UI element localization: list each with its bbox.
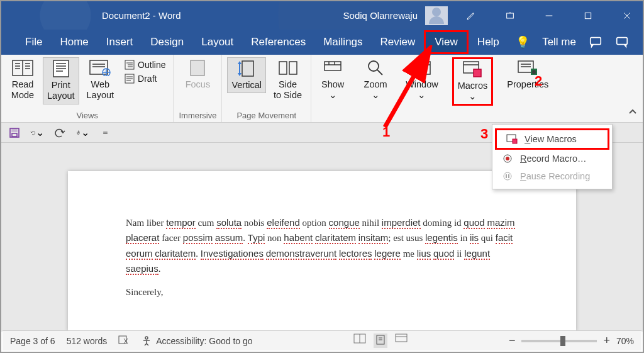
print-layout-view-icon[interactable] xyxy=(374,333,387,348)
word-count[interactable]: 512 words xyxy=(67,336,108,346)
view-macros-label: View Macros xyxy=(525,134,577,144)
ribbon: Read Mode Print Layout Web Layout Outlin… xyxy=(1,55,643,123)
touch-mode-button[interactable]: ⌄ xyxy=(75,126,89,140)
menu-home[interactable]: Home xyxy=(51,32,97,52)
view-macros-item[interactable]: View Macros xyxy=(495,128,609,150)
menu-insert[interactable]: Insert xyxy=(97,32,142,52)
qat-customize-button[interactable]: ＝ xyxy=(98,126,112,140)
svg-rect-57 xyxy=(12,133,17,137)
macros-icon xyxy=(461,60,484,78)
read-mode-view-icon[interactable] xyxy=(353,333,366,348)
document-page: Nam liber tempor cum soluta nobis eleife… xyxy=(68,171,576,332)
zoom-label: Zoom⌄ xyxy=(364,79,387,101)
record-macro-label: Record Macro… xyxy=(520,154,587,164)
redo-button[interactable] xyxy=(53,126,67,140)
accessibility-status[interactable]: Accessibility: Good to go xyxy=(141,335,252,347)
menu-references[interactable]: References xyxy=(242,32,314,52)
pause-recording-item: Pause Recording xyxy=(492,167,612,185)
page-indicator[interactable]: Page 3 of 6 xyxy=(10,336,55,346)
menu-help[interactable]: Help xyxy=(469,32,508,52)
focus-label: Focus xyxy=(186,79,211,90)
zoom-out-button[interactable]: − xyxy=(509,334,516,347)
svg-rect-37 xyxy=(279,62,287,74)
body-paragraph: Nam liber tempor cum soluta nobis eleife… xyxy=(126,215,518,276)
save-button[interactable] xyxy=(8,126,21,140)
svg-rect-65 xyxy=(119,336,126,344)
vertical-icon xyxy=(235,60,258,77)
macros-dropdown: View Macros Record Macro… Pause Recordin… xyxy=(492,124,613,189)
focus-icon xyxy=(186,59,209,77)
svg-marker-36 xyxy=(238,73,242,76)
zoom-in-button[interactable]: + xyxy=(603,334,610,347)
menu-view[interactable]: View xyxy=(424,30,469,54)
pen-icon[interactable] xyxy=(455,1,487,30)
ribbon-group-views: Read Mode Print Layout Web Layout Outlin… xyxy=(1,55,174,122)
tell-me[interactable]: Tell me xyxy=(542,36,576,48)
views-group-label: Views xyxy=(77,110,98,121)
web-layout-icon xyxy=(89,59,111,77)
macros-label: Macros⌄ xyxy=(458,81,488,103)
record-macro-item[interactable]: Record Macro… xyxy=(492,150,612,167)
undo-button[interactable]: ⌄ xyxy=(30,126,44,140)
svg-rect-39 xyxy=(325,62,341,70)
document-title: Document2 - Word xyxy=(102,10,181,21)
user-name: Sodiq Olanrewaju xyxy=(343,10,418,21)
focus-button[interactable]: Focus xyxy=(181,57,214,92)
svg-rect-49 xyxy=(474,69,481,77)
page-movement-group-label: Page Movement xyxy=(236,110,296,121)
comments-icon[interactable] xyxy=(589,35,602,49)
menu-layout[interactable]: Layout xyxy=(192,32,242,52)
title-bar: Document2 - Word Sodiq Olanrewaju xyxy=(1,1,643,30)
zoom-icon xyxy=(364,59,387,77)
outline-label: Outline xyxy=(138,60,165,70)
svg-rect-5 xyxy=(591,38,601,45)
ribbon-group-macros: Macros⌄ xyxy=(447,55,499,122)
zoom-button[interactable]: Zoom⌄ xyxy=(359,57,392,103)
draft-button[interactable]: Draft xyxy=(121,72,168,85)
side-to-side-button[interactable]: Side to Side xyxy=(270,57,306,103)
signoff: Sincerely, xyxy=(126,285,518,300)
properties-button[interactable]: S Properties xyxy=(503,57,552,92)
svg-rect-72 xyxy=(396,334,407,342)
menu-review[interactable]: Review xyxy=(372,32,425,52)
maximize-button[interactable] xyxy=(572,1,604,30)
show-icon xyxy=(321,59,344,77)
draft-icon xyxy=(124,73,135,84)
web-layout-view-icon[interactable] xyxy=(395,333,408,348)
properties-icon: S xyxy=(516,59,539,77)
lightbulb-icon[interactable]: 💡 xyxy=(516,35,530,49)
immersive-group-label: Immersive xyxy=(179,110,216,121)
ribbon-display-icon[interactable] xyxy=(494,1,526,30)
print-layout-label: Print Layout xyxy=(47,80,75,102)
macros-button[interactable]: Macros⌄ xyxy=(452,57,494,106)
svg-line-44 xyxy=(377,70,382,75)
collapse-ribbon-icon[interactable] xyxy=(628,107,638,118)
menu-mailings[interactable]: Mailings xyxy=(314,32,371,52)
close-button[interactable] xyxy=(611,1,643,30)
zoom-slider[interactable] xyxy=(521,340,597,342)
svg-point-61 xyxy=(506,157,509,160)
svg-rect-38 xyxy=(289,62,297,74)
read-mode-button[interactable]: Read Mode xyxy=(6,57,39,103)
svg-rect-33 xyxy=(242,61,253,76)
outline-button[interactable]: Outline xyxy=(121,59,168,71)
svg-rect-56 xyxy=(12,128,17,132)
comments-icon-2[interactable] xyxy=(615,35,629,49)
web-layout-button[interactable]: Web Layout xyxy=(83,57,118,103)
window-button[interactable]: Window⌄ xyxy=(402,57,442,103)
minimize-button[interactable] xyxy=(533,1,565,30)
view-macros-icon xyxy=(506,134,518,144)
user-avatar-icon[interactable] xyxy=(425,6,448,25)
show-button[interactable]: Show⌄ xyxy=(316,57,349,103)
svg-rect-0 xyxy=(507,13,514,18)
status-bar: Page 3 of 6 512 words Accessibility: Goo… xyxy=(3,330,641,350)
ribbon-group-immersive: Focus Immersive xyxy=(174,55,222,122)
ribbon-group-properties: S Properties xyxy=(498,55,557,122)
vertical-button[interactable]: Vertical xyxy=(227,57,266,93)
menu-file[interactable]: File xyxy=(16,32,51,52)
print-layout-button[interactable]: Print Layout xyxy=(43,57,79,104)
window-icon xyxy=(411,59,433,77)
zoom-level[interactable]: 70% xyxy=(616,336,634,346)
menu-design[interactable]: Design xyxy=(142,32,192,52)
language-icon[interactable] xyxy=(118,335,130,347)
